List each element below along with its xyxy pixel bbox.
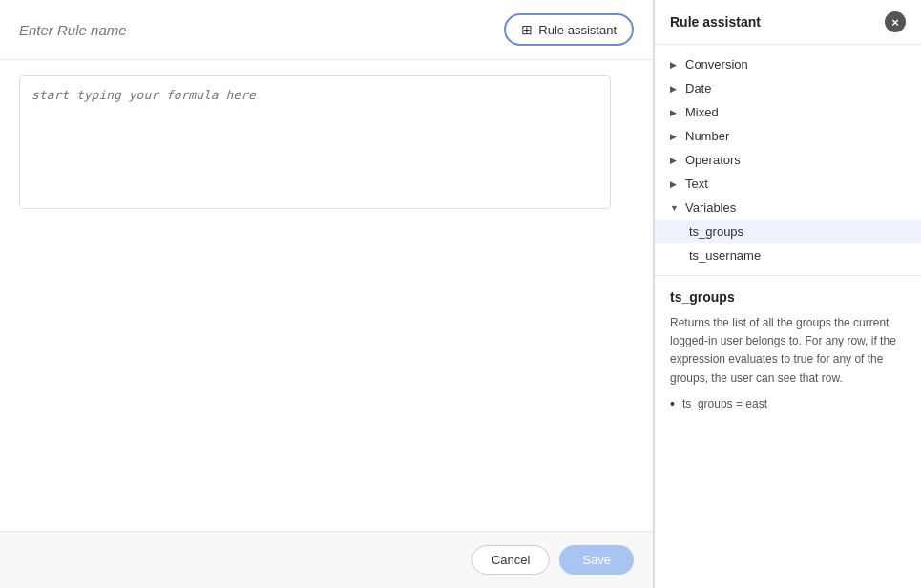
bullet-icon: • xyxy=(670,396,675,411)
rule-assistant-label: Rule assistant xyxy=(538,23,617,37)
assistant-header: Rule assistant × xyxy=(655,0,921,45)
close-button[interactable]: × xyxy=(885,11,906,32)
tree-item-number[interactable]: ▶ Number xyxy=(655,124,921,148)
tree-label-variables: Variables xyxy=(685,200,736,215)
formula-area xyxy=(0,60,653,531)
example-text: ts_groups = east xyxy=(682,397,767,410)
arrow-icon-mixed: ▶ xyxy=(670,108,680,117)
rule-dialog: ⊞ Rule assistant Cancel Save xyxy=(0,0,654,588)
tree-subitem-label-ts-username: ts_username xyxy=(689,248,761,262)
tree-label-number: Number xyxy=(685,129,729,143)
tree-item-mixed[interactable]: ▶ Mixed xyxy=(655,100,921,124)
tree-subitem-ts-username[interactable]: ts_username xyxy=(655,243,921,267)
tree-label-mixed: Mixed xyxy=(685,105,719,119)
detail-description: Returns the list of all the groups the c… xyxy=(670,314,906,388)
tree-item-operators[interactable]: ▶ Operators xyxy=(655,148,921,172)
tree-item-date[interactable]: ▶ Date xyxy=(655,76,921,100)
rule-assistant-panel: Rule assistant × ▶ Conversion ▶ Date ▶ M… xyxy=(654,0,921,588)
cancel-button[interactable]: Cancel xyxy=(471,545,550,575)
arrow-icon-operators: ▶ xyxy=(670,156,680,165)
assistant-title: Rule assistant xyxy=(670,14,761,30)
rule-assistant-button[interactable]: ⊞ Rule assistant xyxy=(504,13,634,46)
tree-subitem-label-ts-groups: ts_groups xyxy=(689,224,743,239)
save-button[interactable]: Save xyxy=(559,545,634,575)
formula-input[interactable] xyxy=(19,75,611,209)
rule-name-input[interactable] xyxy=(19,22,504,38)
tree-label-text: Text xyxy=(685,177,708,191)
tree-item-text[interactable]: ▶ Text xyxy=(655,172,921,196)
arrow-icon-date: ▶ xyxy=(670,84,680,94)
assistant-tree: ▶ Conversion ▶ Date ▶ Mixed ▶ Number ▶ O… xyxy=(655,45,921,276)
arrow-icon-number: ▶ xyxy=(670,132,680,141)
tree-subitem-ts-groups[interactable]: ts_groups xyxy=(655,220,921,243)
assistant-detail: ts_groups Returns the list of all the gr… xyxy=(655,276,921,588)
tree-item-conversion[interactable]: ▶ Conversion xyxy=(655,52,921,76)
dialog-header: ⊞ Rule assistant xyxy=(0,0,653,60)
tree-label-date: Date xyxy=(685,81,711,95)
detail-example: • ts_groups = east xyxy=(670,397,906,411)
tree-label-operators: Operators xyxy=(685,153,741,167)
tree-item-variables[interactable]: ▼ Variables xyxy=(655,196,921,220)
tree-label-conversion: Conversion xyxy=(685,57,748,72)
arrow-icon-variables: ▼ xyxy=(670,203,680,213)
dialog-footer: Cancel Save xyxy=(0,531,653,588)
rule-assistant-icon: ⊞ xyxy=(521,22,533,37)
detail-title: ts_groups xyxy=(670,289,906,304)
arrow-icon-text: ▶ xyxy=(670,179,680,189)
arrow-icon-conversion: ▶ xyxy=(670,60,680,70)
